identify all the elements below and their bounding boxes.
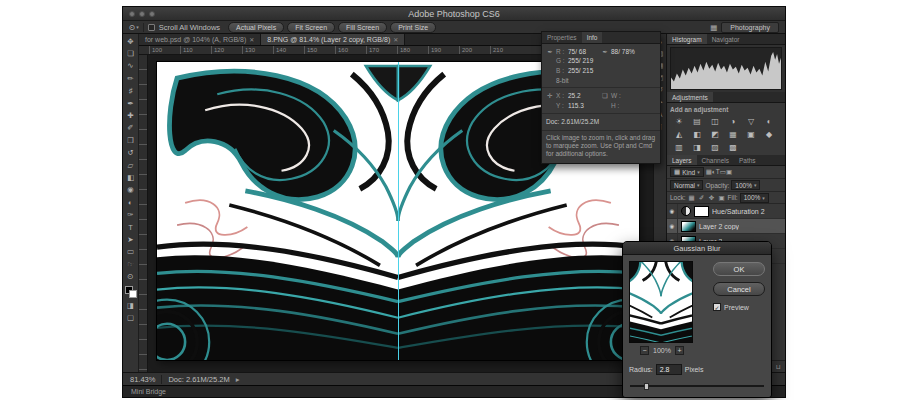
panel-tab[interactable]: Channels [697,155,734,165]
dodge-tool-icon[interactable]: ◐ [124,196,138,208]
quick-mask-mode-icon[interactable]: ◨ [124,299,138,311]
ok-button[interactable]: OK [713,262,765,276]
color-balance-adjustment-icon[interactable]: ◭ [670,128,688,141]
shape-tool-icon[interactable]: ▭ [124,246,138,258]
options-bar-button[interactable]: Actual Pixels [228,22,284,33]
document-tab[interactable]: for web.psd @ 104% (A, RGB/8) ✕ [139,34,261,45]
filter-smart-objects-icon[interactable]: ▣ [726,168,732,175]
eyedropper-tool-icon[interactable]: ✒ [124,97,138,109]
document-tab[interactable]: 8.PNG @ 81.4% (Layer 2 copy, RGB/8) ✕ [261,34,405,45]
radius-slider[interactable] [629,382,765,391]
layer-row[interactable]: ◉ Hue/Saturation 2 [667,204,785,219]
crop-tool-icon[interactable]: ♯ [124,85,138,97]
color-lookup-adjustment-icon[interactable]: ▣ [742,128,760,141]
screen-mode-icon[interactable]: ▢ [124,311,138,323]
tab-close-icon[interactable]: ✕ [249,36,254,43]
opacity-label: Opacity: [705,182,729,189]
path-selection-tool-icon[interactable]: ➤ [124,233,138,245]
options-bar-button[interactable]: Print Size [390,22,436,33]
title-bar[interactable]: Adobe Photoshop CS6 [123,7,785,21]
healing-brush-tool-icon[interactable]: ✚ [124,109,138,121]
blur-preview-image[interactable] [629,261,693,343]
minimize-window-button[interactable] [139,11,145,17]
fill-value[interactable]: 100%▾ [740,193,769,203]
chevron-down-icon: ▾ [697,182,700,188]
zoom-out-button[interactable]: − [640,346,649,355]
posterize-adjustment-icon[interactable]: ▥ [670,141,688,154]
vibrance-adjustment-icon[interactable]: ▽ [742,115,760,128]
layer-filter-kind-select[interactable]: ▦Kind▾ [670,167,704,177]
eyedropper-icon: ✒ [546,47,554,56]
panel-tab[interactable]: Properties [542,32,582,43]
gradient-tool-icon[interactable]: ◧ [124,171,138,183]
adjustment-layer-icon[interactable] [681,206,691,216]
threshold-adjustment-icon[interactable]: ◨ [688,141,706,154]
panel-tab[interactable]: Navigator [707,34,745,44]
zoom-window-button[interactable] [149,11,155,17]
delete-layer-icon[interactable]: ⊔ [776,363,781,371]
pen-tool-icon[interactable]: ✑ [124,208,138,220]
panel-tab[interactable]: Info [582,32,603,43]
workspace-switcher[interactable]: Photography [721,22,779,33]
quick-selection-tool-icon[interactable]: ✏ [124,72,138,84]
radius-slider-handle[interactable] [644,383,649,390]
selective-color-adjustment-icon[interactable]: ▨ [706,141,724,154]
scroll-all-windows-checkbox[interactable] [148,24,155,31]
layer-thumbnail[interactable] [681,221,696,232]
move-tool-icon[interactable]: ✥ [124,35,138,47]
channel-mixer-adjustment-icon[interactable]: ▦ [724,128,742,141]
blend-mode-select[interactable]: Normal▾ [670,180,703,190]
status-options-arrow-icon[interactable]: ▸ [236,375,240,384]
clone-stamp-tool-icon[interactable]: ❒ [124,134,138,146]
options-bar-button[interactable]: Fill Screen [338,22,387,33]
invert-adjustment-icon[interactable]: ◆ [760,128,778,141]
curves-adjustment-icon[interactable]: ◫ [706,115,724,128]
gradient-map-adjustment-icon[interactable]: ▩ [724,141,742,154]
vertical-ruler[interactable] [139,55,148,372]
layer-visibility-icon[interactable]: ◉ [667,204,678,218]
background-color-swatch[interactable] [129,290,137,298]
black-white-adjustment-icon[interactable]: ◧ [688,128,706,141]
info-doc-size: Doc: 2.61M/25.2M [546,117,656,126]
lasso-tool-icon[interactable]: ∿ [124,60,138,72]
panel-tab[interactable]: Paths [734,155,761,165]
grid-icon: ▦ [674,168,680,176]
close-window-button[interactable] [129,11,135,17]
hue-saturation-adjustment-icon[interactable]: ◐ [760,115,778,128]
b-value: 255/ 215 [568,66,593,75]
tab-adjustments[interactable]: Adjustments [667,92,713,102]
type-tool-icon[interactable]: T [124,221,138,233]
blur-tool-icon[interactable]: ◉ [124,184,138,196]
arrange-documents-icon[interactable]: ▦ [710,23,717,32]
levels-adjustment-icon[interactable]: ▤ [688,115,706,128]
brush-tool-icon[interactable]: ✐ [124,122,138,134]
lock-transparency-icon[interactable]: ▦ [688,194,696,202]
zoom-tool-icon[interactable]: ⊙ [124,270,138,282]
zoom-level-field[interactable]: 81.43% [130,375,155,384]
tab-close-icon[interactable]: ✕ [393,36,398,43]
exposure-adjustment-icon[interactable]: ◑ [724,115,742,128]
preview-checkbox[interactable]: ✓ [713,303,721,311]
foreground-background-swatches[interactable] [125,286,137,298]
panel-tab[interactable]: Histogram [667,34,707,44]
marquee-tool-icon[interactable]: ❏ [124,47,138,59]
dialog-title[interactable]: Gaussian Blur [623,242,771,255]
layer-mask-thumbnail[interactable] [694,206,709,217]
layer-row[interactable]: ◉ Layer 2 copy [667,219,785,234]
opacity-value[interactable]: 100%▾ [731,180,760,190]
brightness-contrast-adjustment-icon[interactable]: ☀ [670,115,688,128]
lock-pixels-icon[interactable]: ✐ [698,194,706,202]
options-bar-button[interactable]: Fit Screen [287,22,335,33]
history-brush-tool-icon[interactable]: ↺ [124,147,138,159]
zoom-tool-preset-icon[interactable]: ⊙▾ [129,23,144,32]
lock-position-icon[interactable]: ✥ [708,194,716,202]
lock-all-icon[interactable]: ▣ [718,194,726,202]
radius-input[interactable]: 2.8 [656,364,682,375]
cancel-button[interactable]: Cancel [713,282,765,296]
layer-visibility-icon[interactable]: ◉ [667,219,678,233]
hand-tool-icon[interactable]: ☞ [124,258,138,270]
zoom-in-button[interactable]: + [675,346,684,355]
eraser-tool-icon[interactable]: ▱ [124,159,138,171]
photo-filter-adjustment-icon[interactable]: ◩ [706,128,724,141]
panel-tab[interactable]: Layers [667,155,697,165]
